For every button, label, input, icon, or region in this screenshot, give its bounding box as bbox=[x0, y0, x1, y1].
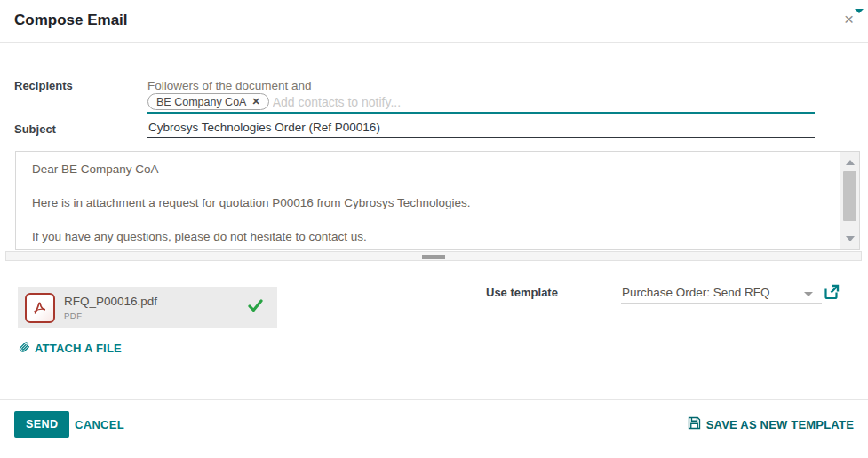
add-contacts-input[interactable] bbox=[273, 95, 815, 109]
email-body-text: Dear BE Company CoA Here is in attachmen… bbox=[32, 162, 829, 250]
attachment-card[interactable]: RFQ_P00016.pdf PDF bbox=[18, 287, 277, 328]
followers-text: Followers of the document and bbox=[147, 79, 312, 92]
template-select-underline bbox=[621, 303, 822, 304]
floppy-disk-icon bbox=[688, 416, 701, 432]
body-paragraph: If you have any questions, please do not… bbox=[32, 229, 829, 245]
save-as-new-template-label: SAVE AS NEW TEMPLATE bbox=[706, 418, 854, 431]
cancel-button[interactable]: CANCEL bbox=[75, 418, 124, 431]
template-select[interactable]: Purchase Order: Send RFQ bbox=[622, 286, 770, 299]
paperclip-icon bbox=[19, 341, 30, 356]
recipient-tag-label: BE Company CoA bbox=[156, 96, 246, 108]
save-as-new-template-button[interactable]: SAVE AS NEW TEMPLATE bbox=[688, 416, 854, 432]
scroll-down-arrow-icon[interactable] bbox=[846, 236, 855, 241]
email-body-editor[interactable]: Dear BE Company CoA Here is in attachmen… bbox=[15, 151, 860, 250]
attach-file-label: ATTACH A FILE bbox=[35, 342, 122, 355]
editor-scrollbar[interactable] bbox=[840, 152, 859, 249]
close-icon: × bbox=[844, 10, 854, 28]
scrollbar-thumb[interactable] bbox=[843, 171, 856, 221]
page-title: Compose Email bbox=[14, 12, 128, 29]
attachment-filename: RFQ_P00016.pdf bbox=[64, 295, 157, 308]
tag-remove-icon[interactable]: ✕ bbox=[251, 96, 259, 107]
attachment-filetype: PDF bbox=[64, 311, 157, 320]
scroll-up-arrow-icon[interactable] bbox=[846, 160, 855, 165]
recipient-tag[interactable]: BE Company CoA ✕ bbox=[147, 93, 269, 110]
compose-email-dialog: Compose Email × Recipients Followers of … bbox=[0, 0, 868, 458]
attach-file-button[interactable]: ATTACH A FILE bbox=[19, 341, 122, 356]
editor-resize-handle[interactable] bbox=[5, 251, 862, 261]
send-button[interactable]: SEND bbox=[14, 411, 69, 438]
recipients-dropdown-caret-icon[interactable] bbox=[855, 9, 864, 13]
body-paragraph: Here is in attachment a request for quot… bbox=[32, 195, 829, 211]
subject-input[interactable] bbox=[147, 119, 815, 138]
recipients-field[interactable]: BE Company CoA ✕ bbox=[147, 91, 815, 114]
pdf-file-icon bbox=[25, 293, 55, 323]
body-paragraph: Dear BE Company CoA bbox=[32, 162, 829, 178]
subject-label: Subject bbox=[14, 122, 56, 136]
open-template-external-link-icon[interactable] bbox=[824, 284, 840, 304]
recipients-label: Recipients bbox=[14, 79, 73, 92]
use-template-label: Use template bbox=[486, 286, 558, 299]
template-dropdown-caret-icon[interactable] bbox=[804, 292, 813, 296]
attachment-meta: RFQ_P00016.pdf PDF bbox=[64, 295, 157, 320]
check-icon bbox=[248, 299, 263, 316]
resize-grip-icon bbox=[422, 255, 445, 257]
footer-divider bbox=[0, 399, 868, 400]
header-divider bbox=[0, 42, 868, 43]
